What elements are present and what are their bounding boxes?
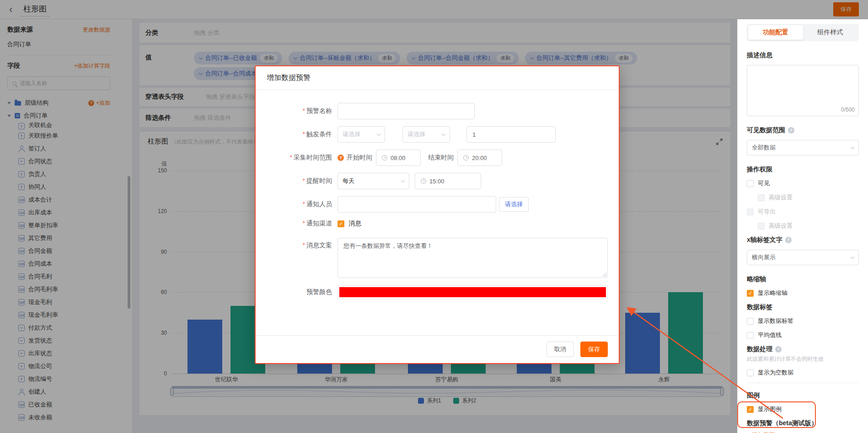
- modal-footer: 取消 保存: [256, 335, 619, 363]
- config-panel: 功能配置组件样式 描述信息 0/500 可见数据范围? 全部数据 操作权限 可见…: [737, 19, 868, 433]
- data-label-option-label: 平均值线: [758, 331, 782, 339]
- notify-channel-label: 通知渠道: [306, 219, 332, 227]
- config-tabs: 功能配置组件样式: [747, 24, 859, 41]
- clock-icon: [463, 155, 469, 160]
- description-textarea[interactable]: 0/500: [747, 65, 859, 116]
- end-time-label: 结束时间: [428, 154, 454, 162]
- xaxis-label-text-label: x轴标签文字: [747, 236, 782, 244]
- permission-option-label: 高级设置: [769, 222, 793, 230]
- clock-icon: [421, 178, 426, 184]
- trigger-value-input[interactable]: 1: [466, 126, 556, 143]
- tab-component-style[interactable]: 组件样式: [803, 25, 858, 40]
- modal-title: 增加数据预警: [256, 66, 619, 90]
- message-text-label: 消息文案: [306, 241, 332, 249]
- data-process-option-label: 显示为空数据: [758, 369, 793, 377]
- tab-function-config[interactable]: 功能配置: [748, 25, 803, 40]
- thumb-axis-label: 略缩轴: [747, 275, 859, 283]
- permission-option[interactable]: 高级设置: [747, 222, 859, 230]
- permissions-label: 操作权限: [747, 166, 859, 174]
- chevron-down-icon: [851, 255, 854, 258]
- unchecked-checkbox[interactable]: [758, 194, 765, 201]
- data-label-option[interactable]: 平均值线: [747, 331, 859, 339]
- trigger-label: 触发条件: [306, 130, 332, 138]
- notify-people-label: 通知人员: [306, 200, 332, 208]
- permission-option-label: 可导出: [758, 208, 776, 216]
- start-time-label: 开始时间: [347, 154, 372, 162]
- help-icon[interactable]: ?: [338, 155, 344, 161]
- visible-range-label: 可见数据范围: [747, 126, 785, 134]
- chevron-down-icon: [377, 132, 380, 135]
- data-process-option[interactable]: 显示为空数据: [747, 369, 859, 377]
- alert-name-label: 预警名称: [306, 107, 332, 114]
- checked-checkbox[interactable]: [747, 290, 754, 297]
- help-icon[interactable]: ?: [785, 237, 792, 243]
- unchecked-checkbox[interactable]: [747, 318, 754, 325]
- unchecked-checkbox[interactable]: [758, 223, 765, 230]
- thumb-axis-option[interactable]: 显示略缩轴: [747, 289, 859, 297]
- permission-option[interactable]: 可见: [747, 179, 859, 187]
- chevron-down-icon: [851, 145, 854, 149]
- unchecked-checkbox[interactable]: [747, 208, 754, 215]
- help-icon[interactable]: ?: [788, 127, 794, 134]
- resize-handle[interactable]: [602, 273, 606, 277]
- chevron-down-icon: [442, 132, 445, 135]
- add-alert-link[interactable]: + 添加预警: [747, 431, 859, 433]
- trigger-field-select[interactable]: 请选择: [338, 126, 385, 143]
- start-time-input[interactable]: 08:00: [376, 150, 421, 166]
- alert-color-swatch: [339, 287, 606, 297]
- data-alert-section-label: 数据预警（beta测试版）: [747, 419, 859, 428]
- end-time-input[interactable]: 20:00: [457, 150, 502, 166]
- remind-frequency-select[interactable]: 每天: [338, 173, 409, 189]
- modal-save-button[interactable]: 保存: [580, 342, 608, 357]
- remind-time-label: 提醒时间: [306, 177, 332, 184]
- thumb-axis-option-label: 显示略缩轴: [758, 289, 788, 297]
- alert-name-input[interactable]: [338, 103, 475, 119]
- cancel-button[interactable]: 取消: [547, 342, 574, 357]
- legend-option-label: 显示图例: [758, 405, 782, 413]
- unchecked-checkbox[interactable]: [747, 369, 754, 376]
- legend-section-label: 图例: [747, 391, 859, 400]
- clock-icon: [382, 155, 387, 160]
- char-counter: 0/500: [841, 107, 855, 113]
- modal-dim-overlay-top: [0, 0, 868, 19]
- permission-option-label: 高级设置: [769, 193, 793, 202]
- trigger-operator-select[interactable]: 请选择: [402, 126, 450, 143]
- data-label-label: 数据标签: [747, 303, 859, 311]
- message-channel-option: 消息: [348, 219, 361, 228]
- remind-time-input[interactable]: 15:00: [415, 173, 481, 189]
- permission-option[interactable]: 高级设置: [747, 193, 859, 202]
- message-text-textarea[interactable]: 您有一条数据异常，请尽快查看！: [338, 238, 608, 278]
- data-label-option[interactable]: 显示数据标签: [747, 317, 859, 325]
- data-label-option-label: 显示数据标签: [758, 317, 793, 325]
- notify-people-input[interactable]: [338, 196, 496, 213]
- data-process-note: 此设置和累计计算不会同时生效: [747, 355, 859, 363]
- visible-range-select[interactable]: 全部数据: [747, 140, 859, 155]
- unchecked-checkbox[interactable]: [747, 180, 754, 187]
- checked-checkbox[interactable]: [747, 406, 754, 413]
- notify-people-picker-button[interactable]: 请选择: [499, 197, 529, 212]
- chevron-down-icon: [401, 178, 405, 182]
- alert-color-label: 预警颜色: [267, 288, 338, 296]
- collect-range-label: 采集时间范围: [294, 154, 332, 161]
- legend-option[interactable]: 显示图例: [747, 405, 859, 413]
- add-data-alert-modal: 增加数据预警 *预警名称 *触发条件 请选择 请选择 1 *采集时间范围 ? 开…: [255, 65, 620, 364]
- data-process-label: 数据处理: [747, 345, 772, 353]
- permission-option-label: 可见: [758, 179, 770, 187]
- description-label: 描述信息: [747, 51, 859, 59]
- permission-option[interactable]: 可导出: [747, 208, 859, 216]
- alert-color-picker[interactable]: [338, 285, 608, 299]
- message-channel-checkbox[interactable]: [338, 220, 344, 227]
- unchecked-checkbox[interactable]: [747, 332, 754, 339]
- help-icon[interactable]: ?: [775, 346, 782, 353]
- xaxis-label-select[interactable]: 横向展示: [747, 250, 859, 265]
